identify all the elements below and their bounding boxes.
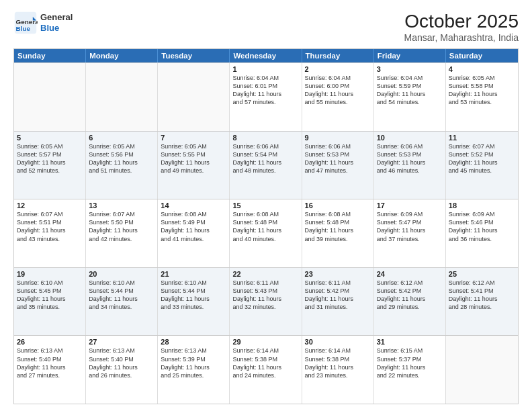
day-cell-8: 8Sunrise: 6:06 AM Sunset: 5:54 PM Daylig…	[230, 132, 302, 199]
day-number: 22	[232, 270, 298, 278]
day-info: Sunrise: 6:12 AM Sunset: 5:42 PM Dayligh…	[377, 279, 443, 312]
day-number: 16	[305, 201, 371, 210]
day-info: Sunrise: 6:10 AM Sunset: 5:45 PM Dayligh…	[17, 279, 83, 312]
day-number: 12	[17, 201, 83, 210]
header-day-wednesday: Wednesday	[230, 49, 302, 62]
day-number: 6	[89, 134, 154, 142]
day-info: Sunrise: 6:06 AM Sunset: 5:53 PM Dayligh…	[305, 142, 371, 175]
day-cell-18: 18Sunrise: 6:09 AM Sunset: 5:46 PM Dayli…	[446, 199, 518, 267]
day-number: 19	[17, 270, 83, 278]
calendar-subtitle: Mansar, Maharashtra, India	[404, 32, 519, 43]
day-cell-12: 12Sunrise: 6:07 AM Sunset: 5:51 PM Dayli…	[14, 199, 86, 267]
day-info: Sunrise: 6:04 AM Sunset: 6:00 PM Dayligh…	[305, 74, 371, 107]
day-cell-28: 28Sunrise: 6:13 AM Sunset: 5:39 PM Dayli…	[158, 336, 230, 404]
day-cell-13: 13Sunrise: 6:07 AM Sunset: 5:50 PM Dayli…	[86, 199, 158, 267]
day-info: Sunrise: 6:10 AM Sunset: 5:44 PM Dayligh…	[89, 279, 154, 312]
day-info: Sunrise: 6:11 AM Sunset: 5:42 PM Dayligh…	[305, 279, 371, 312]
day-info: Sunrise: 6:08 AM Sunset: 5:49 PM Dayligh…	[161, 210, 226, 243]
day-number: 21	[161, 270, 226, 278]
day-cell-7: 7Sunrise: 6:05 AM Sunset: 5:55 PM Daylig…	[158, 132, 230, 199]
day-number: 3	[377, 65, 443, 73]
day-number: 7	[161, 134, 226, 142]
header-day-monday: Monday	[86, 49, 158, 62]
day-info: Sunrise: 6:14 AM Sunset: 5:38 PM Dayligh…	[305, 347, 371, 379]
calendar: SundayMondayTuesdayWednesdayThursdayFrid…	[13, 48, 519, 404]
day-cell-24: 24Sunrise: 6:12 AM Sunset: 5:42 PM Dayli…	[374, 268, 446, 336]
day-info: Sunrise: 6:05 AM Sunset: 5:56 PM Dayligh…	[89, 142, 154, 175]
day-cell-1: 1Sunrise: 6:04 AM Sunset: 6:01 PM Daylig…	[230, 63, 302, 131]
svg-text:Blue: Blue	[16, 25, 31, 32]
calendar-header: SundayMondayTuesdayWednesdayThursdayFrid…	[14, 49, 518, 62]
title-block: October 2025 Mansar, Maharashtra, India	[404, 11, 519, 43]
day-info: Sunrise: 6:12 AM Sunset: 5:41 PM Dayligh…	[449, 279, 515, 312]
day-number: 4	[449, 65, 515, 73]
week-row-2: 5Sunrise: 6:05 AM Sunset: 5:57 PM Daylig…	[14, 131, 518, 199]
day-cell-26: 26Sunrise: 6:13 AM Sunset: 5:40 PM Dayli…	[14, 336, 86, 404]
day-info: Sunrise: 6:11 AM Sunset: 5:43 PM Dayligh…	[232, 279, 298, 312]
day-info: Sunrise: 6:07 AM Sunset: 5:52 PM Dayligh…	[449, 142, 515, 175]
header-day-saturday: Saturday	[446, 49, 518, 62]
day-number: 25	[449, 270, 515, 278]
week-row-5: 26Sunrise: 6:13 AM Sunset: 5:40 PM Dayli…	[14, 335, 518, 404]
empty-cell	[14, 63, 86, 131]
page: General Blue General Blue October 2025 M…	[0, 0, 532, 411]
day-number: 2	[305, 65, 371, 73]
day-number: 1	[232, 65, 298, 73]
day-cell-17: 17Sunrise: 6:09 AM Sunset: 5:47 PM Dayli…	[374, 199, 446, 267]
week-row-3: 12Sunrise: 6:07 AM Sunset: 5:51 PM Dayli…	[14, 199, 518, 267]
day-cell-23: 23Sunrise: 6:11 AM Sunset: 5:42 PM Dayli…	[302, 268, 374, 336]
day-cell-9: 9Sunrise: 6:06 AM Sunset: 5:53 PM Daylig…	[302, 132, 374, 199]
day-cell-4: 4Sunrise: 6:05 AM Sunset: 5:58 PM Daylig…	[446, 63, 518, 131]
day-cell-14: 14Sunrise: 6:08 AM Sunset: 5:49 PM Dayli…	[158, 199, 230, 267]
logo-icon: General Blue	[13, 11, 38, 35]
day-info: Sunrise: 6:07 AM Sunset: 5:51 PM Dayligh…	[17, 210, 83, 243]
day-cell-21: 21Sunrise: 6:10 AM Sunset: 5:44 PM Dayli…	[158, 268, 230, 336]
day-cell-5: 5Sunrise: 6:05 AM Sunset: 5:57 PM Daylig…	[14, 132, 86, 199]
day-info: Sunrise: 6:08 AM Sunset: 5:48 PM Dayligh…	[232, 210, 298, 243]
day-number: 8	[232, 134, 298, 142]
day-cell-25: 25Sunrise: 6:12 AM Sunset: 5:41 PM Dayli…	[446, 268, 518, 336]
day-number: 23	[305, 270, 371, 278]
empty-cell	[86, 63, 158, 131]
empty-cell	[446, 336, 518, 404]
day-cell-19: 19Sunrise: 6:10 AM Sunset: 5:45 PM Dayli…	[14, 268, 86, 336]
day-number: 10	[377, 134, 443, 142]
day-cell-3: 3Sunrise: 6:04 AM Sunset: 5:59 PM Daylig…	[374, 63, 446, 131]
week-row-1: 1Sunrise: 6:04 AM Sunset: 6:01 PM Daylig…	[14, 62, 518, 131]
day-cell-16: 16Sunrise: 6:08 AM Sunset: 5:48 PM Dayli…	[302, 199, 374, 267]
empty-cell	[158, 63, 230, 131]
day-number: 27	[89, 338, 154, 346]
header-day-tuesday: Tuesday	[158, 49, 230, 62]
day-cell-20: 20Sunrise: 6:10 AM Sunset: 5:44 PM Dayli…	[86, 268, 158, 336]
day-info: Sunrise: 6:09 AM Sunset: 5:46 PM Dayligh…	[449, 210, 515, 243]
day-number: 30	[305, 338, 371, 346]
header-day-sunday: Sunday	[14, 49, 86, 62]
header-day-thursday: Thursday	[302, 49, 374, 62]
day-info: Sunrise: 6:14 AM Sunset: 5:38 PM Dayligh…	[232, 347, 298, 379]
day-cell-22: 22Sunrise: 6:11 AM Sunset: 5:43 PM Dayli…	[230, 268, 302, 336]
day-info: Sunrise: 6:13 AM Sunset: 5:40 PM Dayligh…	[17, 347, 83, 379]
day-cell-15: 15Sunrise: 6:08 AM Sunset: 5:48 PM Dayli…	[230, 199, 302, 267]
header-day-friday: Friday	[374, 49, 446, 62]
day-info: Sunrise: 6:10 AM Sunset: 5:44 PM Dayligh…	[161, 279, 226, 312]
day-number: 15	[232, 201, 298, 210]
day-info: Sunrise: 6:13 AM Sunset: 5:40 PM Dayligh…	[89, 347, 154, 379]
day-number: 11	[449, 134, 515, 142]
logo: General Blue General Blue	[13, 11, 73, 35]
logo-line2: Blue	[40, 23, 73, 34]
day-info: Sunrise: 6:04 AM Sunset: 6:01 PM Dayligh…	[232, 74, 298, 107]
day-number: 24	[377, 270, 443, 278]
day-info: Sunrise: 6:05 AM Sunset: 5:55 PM Dayligh…	[161, 142, 226, 175]
day-cell-29: 29Sunrise: 6:14 AM Sunset: 5:38 PM Dayli…	[230, 336, 302, 404]
day-info: Sunrise: 6:07 AM Sunset: 5:50 PM Dayligh…	[89, 210, 154, 243]
day-number: 20	[89, 270, 154, 278]
day-info: Sunrise: 6:09 AM Sunset: 5:47 PM Dayligh…	[377, 210, 443, 243]
day-cell-27: 27Sunrise: 6:13 AM Sunset: 5:40 PM Dayli…	[86, 336, 158, 404]
day-cell-10: 10Sunrise: 6:06 AM Sunset: 5:53 PM Dayli…	[374, 132, 446, 199]
day-info: Sunrise: 6:05 AM Sunset: 5:57 PM Dayligh…	[17, 142, 83, 175]
day-info: Sunrise: 6:04 AM Sunset: 5:59 PM Dayligh…	[377, 74, 443, 107]
day-number: 9	[305, 134, 371, 142]
calendar-body: 1Sunrise: 6:04 AM Sunset: 6:01 PM Daylig…	[14, 62, 518, 404]
day-number: 28	[161, 338, 226, 346]
day-cell-31: 31Sunrise: 6:15 AM Sunset: 5:37 PM Dayli…	[374, 336, 446, 404]
